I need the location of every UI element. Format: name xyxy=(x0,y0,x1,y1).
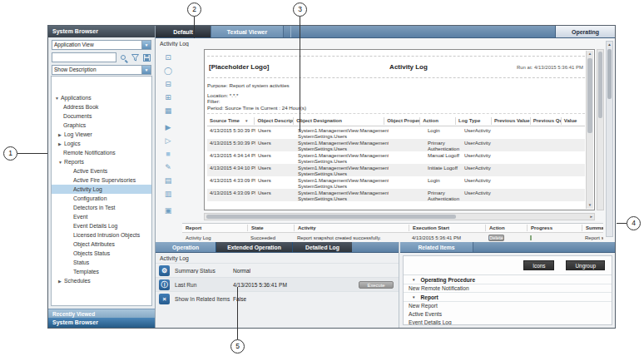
sort-arrow-icon[interactable]: ▼ xyxy=(245,119,248,123)
tree-item-detectors-in-test[interactable]: Detectors in Test xyxy=(52,203,151,212)
col-previous-quality[interactable]: Previous Quality xyxy=(530,117,561,125)
scrollbar-thumb[interactable] xyxy=(206,215,456,219)
col-previous-value[interactable]: Previous Value xyxy=(491,117,530,125)
tree-item-licensed-intrusion-objects[interactable]: Licensed Intrusion Objects xyxy=(52,230,151,240)
tree-item-log-viewer[interactable]: ▶Log Viewer xyxy=(52,130,151,139)
operating-mode-label[interactable]: Operating xyxy=(555,26,615,37)
tree-item-schedules[interactable]: ▶Schedules xyxy=(52,276,151,285)
col-object-designation[interactable]: Object Designation xyxy=(293,117,384,125)
col-execution-start[interactable]: Execution Start xyxy=(409,225,485,231)
tree-item-objects-status[interactable]: Objects Status xyxy=(52,249,151,258)
tab-related-items[interactable]: Related Items xyxy=(400,242,473,252)
col-source-time[interactable]: Source Time▼ xyxy=(207,117,254,125)
icons-button[interactable]: Icons xyxy=(523,260,554,270)
col-object-property[interactable]: Object Property xyxy=(384,117,419,125)
col-report[interactable]: Report xyxy=(182,225,247,231)
table-row[interactable]: 4/13/2015 5:30:39 PM Users System1.Manag… xyxy=(207,126,585,139)
tree-item-logics[interactable]: ▶Logics xyxy=(52,139,151,148)
search-input[interactable] xyxy=(52,52,116,62)
layout-split-icon[interactable]: ⊞ xyxy=(162,91,174,103)
tab-detailed-log[interactable]: Detailed Log xyxy=(292,242,352,252)
tree-item-reports[interactable]: ▼Reports xyxy=(52,157,151,166)
table-row[interactable]: 4/13/2015 5:30:39 PM Users System1.Manag… xyxy=(207,139,585,151)
system-browser-tab[interactable]: System Browser xyxy=(48,318,155,328)
recently-viewed-tab[interactable]: Recently Viewed xyxy=(48,309,155,318)
tree-item-applications[interactable]: ▼Applications xyxy=(52,93,151,102)
viewer-vertical-scrollbar[interactable] xyxy=(597,49,604,210)
tree-item-address-book[interactable]: Address Book xyxy=(52,102,151,111)
stop-icon[interactable]: ■ xyxy=(162,148,174,160)
refresh-icon[interactable]: ◯ xyxy=(162,65,174,77)
tab-textual-viewer[interactable]: Textual Viewer xyxy=(211,26,284,37)
col-action[interactable]: Action xyxy=(419,117,455,125)
tab-default[interactable]: Default xyxy=(156,26,211,37)
col-value[interactable]: Value xyxy=(561,117,585,125)
property-row-summary-status[interactable]: ⚙ Summary Status Normal xyxy=(156,263,399,277)
collapse-arrow-icon[interactable]: ▼ xyxy=(412,295,415,299)
status-row[interactable]: Activity Log Succeeded Report snapshot c… xyxy=(182,233,603,242)
tab-operation[interactable]: Operation xyxy=(156,242,215,252)
tree-item-status[interactable]: Status xyxy=(52,258,151,267)
table-row[interactable]: 4/13/2015 4:34:10 PM Users System1.Manag… xyxy=(207,164,585,176)
tree-item-configuration[interactable]: Configuration xyxy=(52,194,151,203)
tree-item-documents[interactable]: Documents xyxy=(52,111,151,121)
view-selector-dropdown[interactable]: Application View ▼ xyxy=(52,40,151,50)
table-row[interactable]: 4/13/2015 4:33:09 PM Users System1.Manag… xyxy=(207,189,585,201)
chevron-down-icon[interactable]: ▼ xyxy=(141,66,151,74)
collapse-arrow-icon[interactable]: ▼ xyxy=(412,278,415,282)
tree-item-active-fire-supervisories[interactable]: Active Fire Supervisories xyxy=(52,176,151,185)
chevron-down-icon[interactable]: ▼ xyxy=(141,41,151,49)
export-pdf-icon[interactable]: ▤ xyxy=(162,175,174,186)
layout-grid-icon[interactable]: ▦ xyxy=(162,105,174,116)
tree-item-templates[interactable]: Templates xyxy=(52,267,151,276)
filter-icon[interactable] xyxy=(130,52,140,62)
group-report[interactable]: ▼Report xyxy=(404,293,612,302)
zoom-fit-icon[interactable]: ⊡ xyxy=(162,52,174,63)
delete-button[interactable]: Delete xyxy=(488,235,504,241)
run-report-icon[interactable]: ▶ xyxy=(162,121,174,133)
scrollbar-thumb[interactable] xyxy=(598,52,602,118)
layout-report-icon[interactable]: ⊟ xyxy=(162,78,174,90)
scroll-up-icon[interactable]: ▲ xyxy=(587,51,593,57)
tree-item-graphics[interactable]: Graphics xyxy=(52,121,151,130)
col-progress[interactable]: Progress xyxy=(527,225,582,231)
description-selector-dropdown[interactable]: Show Description ▼ xyxy=(52,65,151,75)
scrollbar-thumb[interactable] xyxy=(587,58,592,133)
run-options-icon[interactable]: ▷ xyxy=(162,135,174,146)
expand-arrow-icon[interactable]: ▶ xyxy=(58,140,64,148)
col-summary[interactable]: Summary xyxy=(582,225,603,231)
expand-arrow-icon[interactable]: ▶ xyxy=(58,277,64,285)
collapse-arrow-icon[interactable]: ▼ xyxy=(58,158,64,166)
table-row[interactable]: 4/13/2015 4:34:14 PM Users System1.Manag… xyxy=(207,151,585,164)
report-horizontal-scrollbar[interactable]: ► xyxy=(204,213,595,220)
tree-item-remote-notifications[interactable]: Remote Notifications xyxy=(52,148,151,157)
related-item-new-remote-notification[interactable]: New Remote Notification xyxy=(404,284,612,293)
content-vertical-scrollbar[interactable]: ▲ xyxy=(606,41,613,237)
tree-item-event[interactable]: Event xyxy=(52,212,151,221)
report-vertical-scrollbar[interactable]: ▲ ▼ xyxy=(586,51,593,209)
col-action[interactable]: Action xyxy=(485,225,527,231)
tree-item-active-events[interactable]: Active Events xyxy=(52,166,151,176)
tab-extended-operation[interactable]: Extended Operation xyxy=(215,242,292,252)
scroll-right-icon[interactable]: ► xyxy=(590,214,593,220)
property-row-last-run[interactable]: Ⓘ Last Run 4/13/2015 5:36:41 PM Execute xyxy=(156,277,399,291)
search-icon[interactable] xyxy=(118,52,128,62)
scroll-up-icon[interactable]: ▲ xyxy=(607,42,612,48)
tree-item-event-details-log[interactable]: Event Details Log xyxy=(52,221,151,230)
related-item-new-report[interactable]: New Report xyxy=(404,302,612,310)
property-row-show-in-related-items[interactable]: × Show In Related Items False xyxy=(156,291,399,305)
table-row[interactable]: 4/13/2015 4:33:09 PM Users System1.Manag… xyxy=(207,176,585,189)
col-object-description[interactable]: Object Description xyxy=(254,117,293,125)
related-item-active-events[interactable]: Active Events xyxy=(404,310,612,319)
tree-item-object-attributes[interactable]: Object Attributes xyxy=(52,240,151,249)
save-icon[interactable] xyxy=(141,52,151,62)
collapse-arrow-icon[interactable]: ▼ xyxy=(55,94,61,102)
ungroup-button[interactable]: Ungroup xyxy=(566,260,605,270)
snapshot-icon[interactable]: ▣ xyxy=(162,205,174,216)
col-state[interactable]: State xyxy=(247,225,294,231)
scrollbar-thumb[interactable] xyxy=(607,49,612,99)
expand-arrow-icon[interactable]: ▶ xyxy=(58,131,64,139)
export-excel-icon[interactable]: ▥ xyxy=(162,188,174,200)
tree-item-activity-log[interactable]: Activity Log xyxy=(52,185,151,194)
edit-icon[interactable]: ✎ xyxy=(162,161,174,173)
